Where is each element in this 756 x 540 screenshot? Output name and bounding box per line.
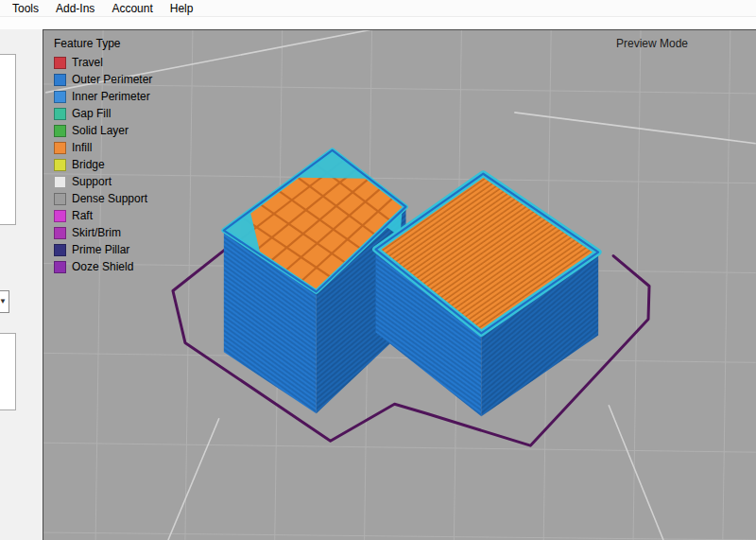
legend-item-outer-perimeter: Outer Perimeter: [54, 71, 152, 88]
legend-item-skirt-brim: Skirt/Brim: [54, 224, 152, 241]
legend-label: Gap Fill: [72, 107, 111, 120]
legend-label: Bridge: [72, 158, 105, 171]
legend-item-raft: Raft: [54, 207, 152, 224]
legend-item-gap-fill: Gap Fill: [54, 105, 152, 122]
list-box-fragment[interactable]: [0, 54, 16, 225]
menu-help[interactable]: Help: [162, 2, 202, 15]
dropdown-fragment[interactable]: ▼: [0, 290, 9, 313]
viewport-3d[interactable]: Feature Type Travel Outer Perimeter Inne…: [43, 29, 756, 540]
legend-label: Skirt/Brim: [72, 226, 121, 239]
app-window: Tools Add-Ins Account Help ▼: [0, 0, 756, 540]
legend-item-travel: Travel: [54, 54, 152, 71]
legend-swatch: [54, 57, 66, 69]
legend-swatch: [54, 74, 66, 86]
legend-label: Prime Pillar: [72, 243, 129, 256]
preview-mode-label: Preview Mode: [616, 37, 688, 50]
feature-type-legend: Feature Type Travel Outer Perimeter Inne…: [54, 37, 152, 275]
legend-swatch: [54, 159, 66, 171]
legend-item-support: Support: [54, 173, 152, 190]
menu-account[interactable]: Account: [103, 2, 161, 15]
legend-swatch: [54, 125, 66, 137]
legend-swatch: [54, 176, 66, 188]
legend-item-prime-pillar: Prime Pillar: [54, 241, 152, 258]
legend-item-infill: Infill: [54, 139, 152, 156]
model-cube-right[interactable]: [376, 174, 599, 417]
legend-label: Support: [72, 175, 112, 188]
menu-bar: Tools Add-Ins Account Help: [0, 0, 756, 17]
legend-label: Infill: [72, 141, 92, 154]
legend-label: Solid Layer: [72, 124, 129, 137]
menu-add-ins[interactable]: Add-Ins: [47, 2, 103, 15]
legend-item-bridge: Bridge: [54, 156, 152, 173]
legend-item-solid-layer: Solid Layer: [54, 122, 152, 139]
legend-swatch: [54, 244, 66, 256]
legend-swatch: [54, 227, 66, 239]
legend-swatch: [54, 210, 66, 222]
legend-label: Dense Support: [72, 192, 147, 205]
legend-swatch: [54, 261, 66, 273]
legend-item-inner-perimeter: Inner Perimeter: [54, 88, 152, 105]
legend-label: Travel: [72, 56, 103, 69]
left-panel-cropped: ▼: [0, 29, 43, 540]
chevron-down-icon: ▼: [0, 298, 7, 305]
panel-box-fragment[interactable]: [0, 333, 16, 410]
legend-swatch: [54, 193, 66, 205]
legend-item-ooze-shield: Ooze Shield: [54, 258, 152, 275]
legend-label: Raft: [72, 209, 93, 222]
legend-label: Outer Perimeter: [72, 73, 152, 86]
legend-title: Feature Type: [54, 37, 152, 50]
legend-item-dense-support: Dense Support: [54, 190, 152, 207]
legend-swatch: [54, 108, 66, 120]
legend-swatch: [54, 142, 66, 154]
legend-label: Inner Perimeter: [72, 90, 150, 103]
toolbar-strip: [0, 17, 756, 29]
legend-swatch: [54, 91, 66, 103]
legend-label: Ooze Shield: [72, 260, 133, 273]
menu-tools[interactable]: Tools: [4, 2, 47, 15]
